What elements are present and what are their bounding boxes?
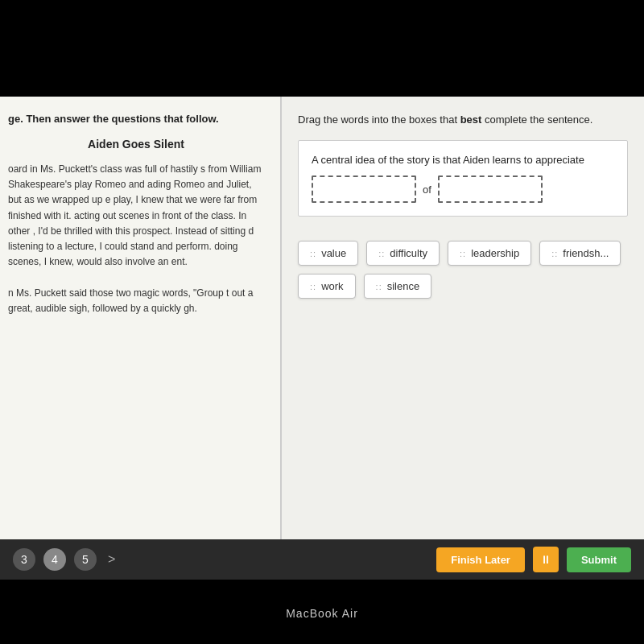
chip-dots: :: bbox=[551, 249, 558, 258]
bottom-bar: 3 4 5 > Finish Later ⏸ Submit bbox=[0, 539, 644, 580]
story-title: Aiden Goes Silent bbox=[8, 138, 264, 151]
drop-box-2[interactable] bbox=[438, 175, 543, 203]
sentence-area: A central idea of the story is that Aide… bbox=[298, 140, 628, 217]
submit-button[interactable]: Submit bbox=[567, 547, 631, 572]
chip-friendship-label: friendsh... bbox=[563, 247, 609, 259]
drop-boxes: of bbox=[312, 175, 614, 203]
chip-dots: :: bbox=[376, 282, 382, 291]
story-text: oard in Ms. Puckett's class was full of … bbox=[8, 162, 264, 316]
page-5[interactable]: 5 bbox=[74, 548, 97, 571]
nav-arrow[interactable]: > bbox=[108, 552, 115, 567]
page-3[interactable]: 3 bbox=[13, 548, 35, 571]
page-4[interactable]: 4 bbox=[43, 548, 66, 571]
chip-silence[interactable]: :: silence bbox=[364, 274, 432, 299]
chip-dots: :: bbox=[310, 282, 316, 291]
chip-dots: :: bbox=[378, 249, 385, 258]
chip-value-label: value bbox=[321, 247, 346, 259]
word-chips-container: :: value :: difficulty :: leadership :: … bbox=[298, 233, 628, 307]
left-instruction: ge. Then answer the questions that follo… bbox=[8, 113, 264, 125]
pause-button[interactable]: ⏸ bbox=[533, 547, 559, 572]
chip-value[interactable]: :: value bbox=[298, 241, 358, 266]
sentence-text: A central idea of the story is that Aide… bbox=[312, 154, 614, 166]
finish-later-button[interactable]: Finish Later bbox=[436, 547, 525, 572]
macbook-label: MacBook Air bbox=[286, 607, 358, 620]
main-content: ge. Then answer the questions that follo… bbox=[0, 97, 644, 539]
of-connector: of bbox=[421, 184, 433, 196]
screen: ge. Then answer the questions that follo… bbox=[0, 97, 644, 580]
chip-dots: :: bbox=[460, 249, 466, 258]
chip-difficulty-label: difficulty bbox=[390, 247, 427, 259]
chip-dots: :: bbox=[310, 249, 316, 258]
chip-silence-label: silence bbox=[387, 280, 419, 292]
chip-difficulty[interactable]: :: difficulty bbox=[366, 241, 440, 266]
right-instruction: Drag the words into the boxes that best … bbox=[298, 113, 628, 127]
chip-work-label: work bbox=[321, 280, 343, 292]
chip-leadership-label: leadership bbox=[471, 247, 519, 259]
right-panel: Drag the words into the boxes that best … bbox=[282, 97, 644, 539]
chip-friendship[interactable]: :: friendsh... bbox=[539, 241, 621, 266]
drop-box-1[interactable] bbox=[312, 175, 416, 203]
left-panel: ge. Then answer the questions that follo… bbox=[0, 97, 282, 539]
chip-leadership[interactable]: :: leadership bbox=[448, 241, 531, 266]
chip-work[interactable]: :: work bbox=[298, 274, 356, 299]
